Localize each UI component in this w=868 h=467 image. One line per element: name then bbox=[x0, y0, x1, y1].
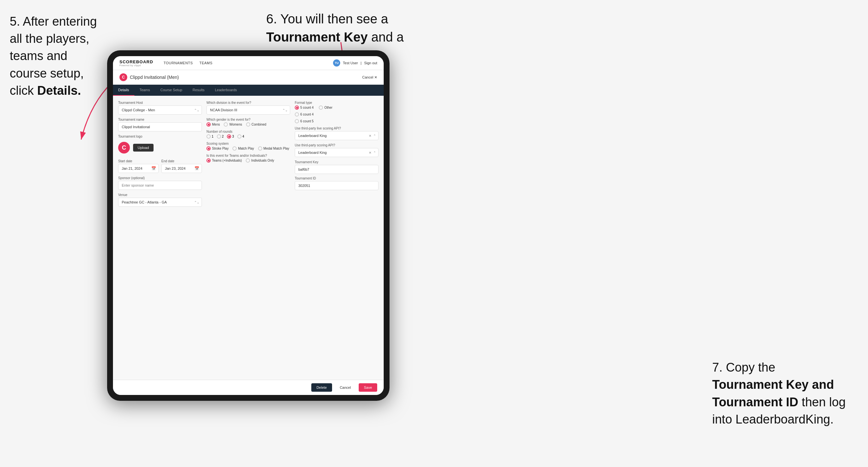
cancel-button[interactable]: Cancel bbox=[335, 383, 356, 392]
nav-tournaments[interactable]: TOURNAMENTS bbox=[164, 61, 193, 65]
end-date-label: End date bbox=[161, 159, 202, 163]
nav-teams[interactable]: TEAMS bbox=[199, 61, 212, 65]
cancel-link[interactable]: Cancel ✕ bbox=[362, 75, 377, 80]
end-date-field: End date 📅 bbox=[161, 159, 202, 173]
gender-womens[interactable]: Womens bbox=[224, 122, 242, 127]
teams-plus-radio[interactable] bbox=[207, 158, 211, 163]
round-1-radio[interactable] bbox=[207, 134, 211, 138]
nav-right: TU Test User | Sign out bbox=[333, 59, 377, 66]
gender-mens-radio[interactable] bbox=[207, 122, 211, 127]
teams-plus-individuals[interactable]: Teams (+Individuals) bbox=[207, 158, 242, 163]
format-other[interactable]: Other bbox=[319, 105, 332, 110]
round-2[interactable]: 2 bbox=[217, 134, 224, 138]
page-header: C Clippd Invitational (Men) Cancel ✕ bbox=[113, 70, 384, 85]
division-field: Which division is the event for? NCAA Di… bbox=[207, 101, 290, 115]
api2-clear-icon[interactable]: ✕ bbox=[369, 151, 371, 154]
venue-select[interactable]: Peachtree GC - Atlanta - GA bbox=[118, 198, 202, 207]
logo-area: SCOREBOARD Powered by clippd bbox=[120, 59, 153, 66]
tournament-key-input[interactable] bbox=[295, 165, 378, 174]
teams-radio-group: Teams (+Individuals) Individuals Only bbox=[207, 158, 290, 163]
upload-button[interactable]: Upload bbox=[133, 144, 154, 152]
tournament-host-field: Tournament Host Clippd College - Men ⌃⌄ bbox=[118, 101, 202, 115]
tab-teams[interactable]: Teams bbox=[134, 85, 155, 96]
format-6count4-radio[interactable] bbox=[295, 112, 299, 117]
teams-field: Is this event for Teams and/or Individua… bbox=[207, 154, 290, 163]
api1-label: Use third-party live scoring API? bbox=[295, 127, 378, 130]
sign-out-link[interactable]: Sign out bbox=[364, 61, 377, 65]
api1-wrapper: ✕ ⌃ bbox=[295, 131, 378, 140]
nav-separator: | bbox=[361, 61, 362, 65]
delete-button[interactable]: Delete bbox=[311, 383, 332, 392]
logo-sub: Powered by clippd bbox=[120, 64, 153, 66]
rounds-field: Number of rounds 1 2 3 bbox=[207, 130, 290, 138]
tournament-logo-field: Tournament logo C Upload bbox=[118, 135, 202, 156]
user-icon: TU bbox=[333, 59, 340, 66]
logo-preview: C bbox=[118, 142, 130, 154]
tournament-name-input[interactable] bbox=[118, 122, 202, 131]
api2-label: Use third-party scoring API? bbox=[295, 144, 378, 147]
individuals-radio[interactable] bbox=[246, 158, 250, 163]
user-name: Test User bbox=[343, 61, 358, 65]
start-date-field: Start date 📅 bbox=[118, 159, 159, 173]
venue-select-wrapper: Peachtree GC - Atlanta - GA ⌃⌄ bbox=[118, 198, 202, 207]
api2-arrow-icon: ⌃ bbox=[373, 151, 376, 154]
format-5count4[interactable]: 5 count 4 bbox=[295, 105, 314, 110]
division-select[interactable]: NCAA Division III bbox=[207, 105, 290, 115]
format-5count4-radio[interactable] bbox=[295, 105, 299, 110]
scoring-medal-radio[interactable] bbox=[258, 146, 262, 151]
sponsor-field: Sponsor (optional) bbox=[118, 176, 202, 190]
api1-clear-icon[interactable]: ✕ bbox=[369, 134, 371, 137]
page-title-area: C Clippd Invitational (Men) bbox=[120, 73, 179, 81]
scoring-match[interactable]: Match Play bbox=[232, 146, 254, 151]
gender-label: Which gender is the event for? bbox=[207, 118, 290, 121]
right-column: Format type 5 count 4 Other bbox=[295, 101, 378, 207]
api1-arrow-icon: ⌃ bbox=[373, 134, 376, 137]
tournament-id-label: Tournament ID bbox=[295, 177, 378, 180]
scoring-label: Scoring system bbox=[207, 142, 290, 145]
tab-leaderboards[interactable]: Leaderboards bbox=[210, 85, 242, 96]
save-button[interactable]: Save bbox=[359, 383, 377, 392]
tablet-screen: SCOREBOARD Powered by clippd TOURNAMENTS… bbox=[113, 56, 384, 395]
individuals-only[interactable]: Individuals Only bbox=[246, 158, 274, 163]
tab-results[interactable]: Results bbox=[187, 85, 210, 96]
tournament-id-field: Tournament ID bbox=[295, 177, 378, 190]
gender-combined[interactable]: Combined bbox=[246, 122, 267, 127]
round-3-radio[interactable] bbox=[227, 134, 231, 138]
round-1[interactable]: 1 bbox=[207, 134, 214, 138]
main-content: Tournament Host Clippd College - Men ⌃⌄ … bbox=[113, 96, 384, 380]
format-6count4[interactable]: 6 count 4 bbox=[295, 112, 378, 117]
round-3[interactable]: 3 bbox=[227, 134, 234, 138]
api1-input[interactable] bbox=[295, 131, 378, 140]
start-date-label: Start date bbox=[118, 159, 159, 163]
tournament-host-select[interactable]: Clippd College - Men bbox=[118, 105, 202, 115]
tab-details[interactable]: Details bbox=[113, 85, 134, 96]
round-2-radio[interactable] bbox=[217, 134, 221, 138]
key-id-section: Tournament Key Tournament ID bbox=[295, 160, 378, 190]
scoring-stroke-radio[interactable] bbox=[207, 146, 211, 151]
nav-bar: SCOREBOARD Powered by clippd TOURNAMENTS… bbox=[113, 56, 384, 70]
venue-field: Venue Peachtree GC - Atlanta - GA ⌃⌄ bbox=[118, 193, 202, 207]
start-date-calendar-icon: 📅 bbox=[151, 166, 156, 171]
gender-radio-group: Mens Womens Combined bbox=[207, 122, 290, 127]
format-6count5[interactable]: 6 count 5 bbox=[295, 119, 378, 123]
api2-input[interactable] bbox=[295, 148, 378, 157]
tabs-bar: Details Teams Course Setup Results Leade… bbox=[113, 85, 384, 96]
scoring-medal-match[interactable]: Medal Match Play bbox=[258, 146, 289, 151]
annotation-bottom-right: 7. Copy the Tournament Key and Tournamen… bbox=[712, 359, 848, 428]
logo-text: SCOREBOARD bbox=[120, 59, 153, 64]
gender-mens[interactable]: Mens bbox=[207, 122, 220, 127]
scoring-stroke[interactable]: Stroke Play bbox=[207, 146, 228, 151]
middle-column: Which division is the event for? NCAA Di… bbox=[207, 101, 290, 207]
format-6count5-radio[interactable] bbox=[295, 119, 299, 123]
page-logo: C bbox=[120, 73, 127, 81]
gender-combined-radio[interactable] bbox=[246, 122, 250, 127]
scoring-match-radio[interactable] bbox=[232, 146, 237, 151]
round-4-radio[interactable] bbox=[237, 134, 242, 138]
format-row-1: 5 count 4 Other bbox=[295, 105, 378, 110]
tournament-id-input[interactable] bbox=[295, 181, 378, 190]
round-4[interactable]: 4 bbox=[237, 134, 244, 138]
format-other-radio[interactable] bbox=[319, 105, 323, 110]
gender-womens-radio[interactable] bbox=[224, 122, 228, 127]
sponsor-input[interactable] bbox=[118, 181, 202, 190]
tab-course-setup[interactable]: Course Setup bbox=[155, 85, 187, 96]
